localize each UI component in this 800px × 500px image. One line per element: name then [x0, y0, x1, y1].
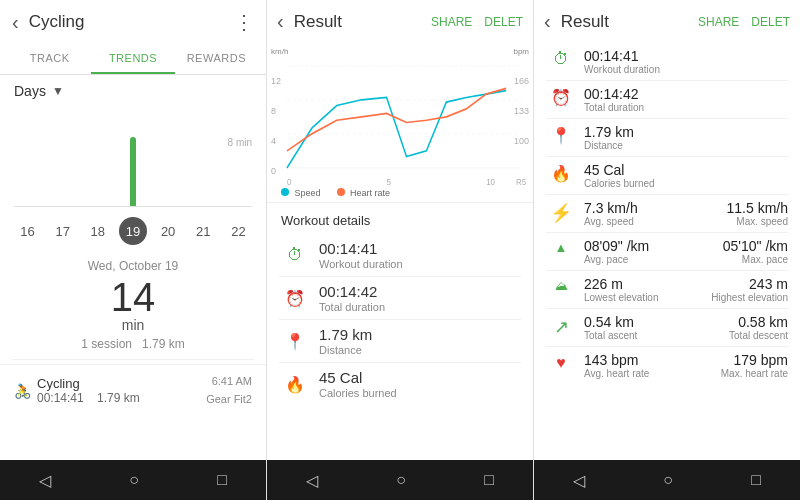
panel3-header: ‹ Result SHARE DELET: [534, 0, 800, 43]
days-selector: Days ▼: [0, 75, 266, 107]
panel1-title: Cycling: [29, 12, 234, 32]
stat-max-hr-value: 179 bpm: [721, 352, 788, 368]
day-18[interactable]: 18: [84, 217, 112, 245]
stat-max-pace-label: Max. pace: [723, 254, 788, 265]
y-right-133: 133: [513, 106, 529, 116]
detail-total-duration-value: 00:14:42: [319, 283, 385, 301]
stat-workout-duration: ⏱ 00:14:41 Workout duration: [534, 43, 800, 80]
detail-distance-value: 1.79 km: [319, 326, 372, 344]
detail-distance-label: Distance: [319, 344, 372, 356]
tab-trends[interactable]: TRENDS: [91, 44, 174, 74]
stat-workout-dur-label: Workout duration: [584, 64, 788, 75]
panel3-back-icon[interactable]: ‹: [544, 10, 551, 33]
clock-icon: ⏰: [281, 284, 309, 312]
recents-nav-btn-3[interactable]: □: [739, 467, 773, 493]
stat-max-speed-value: 11.5 km/h: [727, 200, 788, 216]
day-21[interactable]: 21: [189, 217, 217, 245]
stat-elev-icon: ⛰: [546, 276, 576, 293]
recents-nav-btn[interactable]: □: [205, 467, 239, 493]
activity-sub: 00:14:41 1.79 km: [37, 391, 206, 405]
y-right-unit: bpm: [513, 47, 529, 56]
duration-value: 14: [0, 277, 266, 317]
flame-icon: 🔥: [281, 370, 309, 398]
y-label-8: 8: [271, 106, 288, 116]
activity-time: 6:41 AM: [206, 373, 252, 391]
svg-text:10: 10: [486, 176, 495, 187]
timer-icon: ⏱: [281, 241, 309, 269]
recents-nav-btn-2[interactable]: □: [472, 467, 506, 493]
panel3-share-btn[interactable]: SHARE: [698, 15, 739, 29]
delete-btn[interactable]: DELET: [484, 15, 523, 29]
legend-heart: Heart rate: [337, 188, 391, 198]
stat-dist-label: Distance: [584, 140, 788, 151]
stat-speed-icon: ⚡: [546, 200, 576, 224]
sessions-count: 1 session: [81, 337, 132, 351]
activity-dist: 1.79 km: [97, 391, 140, 405]
stat-high-elev-label: Highest elevation: [711, 292, 788, 303]
day-16[interactable]: 16: [14, 217, 42, 245]
stat-clock-icon: ⏰: [546, 86, 576, 107]
more-options-icon[interactable]: ⋮: [234, 10, 254, 34]
day-17[interactable]: 17: [49, 217, 77, 245]
detail-calories-label: Calories burned: [319, 387, 397, 399]
back-nav-btn[interactable]: ◁: [27, 467, 63, 494]
y-right-166: 166: [513, 76, 529, 86]
session-info: 1 session 1.79 km: [0, 333, 266, 359]
chart-label: 8 min: [228, 137, 252, 148]
stat-distance: 📍 1.79 km Distance: [534, 119, 800, 156]
nav-bar-3: ◁ ○ □: [534, 460, 800, 500]
stat-pace: ▲ 08'09" /km Avg. pace 05'10" /km Max. p…: [534, 233, 800, 270]
tab-rewards[interactable]: REWARDS: [175, 44, 258, 74]
day-22[interactable]: 22: [224, 217, 252, 245]
home-nav-btn[interactable]: ○: [117, 467, 151, 493]
y-label-unit: km/h: [271, 47, 288, 56]
speed-dot: [281, 188, 289, 196]
stat-location-icon: 📍: [546, 124, 576, 145]
bar-chart-bar: [130, 137, 136, 207]
stat-total-duration: ⏰ 00:14:42 Total duration: [534, 81, 800, 118]
dropdown-arrow-icon[interactable]: ▼: [52, 84, 64, 98]
home-nav-btn-2[interactable]: ○: [384, 467, 418, 493]
stat-pace-icon: ▲: [546, 238, 576, 255]
back-icon[interactable]: ‹: [12, 11, 19, 34]
result-chart: km/h 12 8 4 0 bpm 166 133 100: [267, 43, 533, 203]
y-label-12: 12: [271, 76, 288, 86]
stat-speed: ⚡ 7.3 km/h Avg. speed 11.5 km/h Max. spe…: [534, 195, 800, 232]
stat-max-speed-label: Max. speed: [727, 216, 788, 227]
cycling-icon: 🚴: [14, 383, 31, 399]
stat-high-elev-value: 243 m: [711, 276, 788, 292]
legend-speed: Speed: [281, 188, 321, 198]
stat-max-hr-label: Max. heart rate: [721, 368, 788, 379]
day-20[interactable]: 20: [154, 217, 182, 245]
chart-legend: Speed Heart rate: [281, 188, 390, 198]
back-nav-btn-2[interactable]: ◁: [294, 467, 330, 494]
workout-details-header: Workout details: [267, 203, 533, 234]
activity-row[interactable]: 🚴 Cycling 00:14:41 1.79 km 6:41 AM Gear …: [0, 364, 266, 416]
stat-low-elev-value: 226 m: [584, 276, 711, 292]
nav-bar-1: ◁ ○ □: [0, 460, 266, 500]
stat-timer-icon: ⏱: [546, 48, 576, 68]
stat-max-pace-value: 05'10" /km: [723, 238, 788, 254]
panel2-back-icon[interactable]: ‹: [277, 10, 284, 33]
tabs-row: TRACK TRENDS REWARDS: [0, 44, 266, 75]
stat-total-dur-value: 00:14:42: [584, 86, 788, 102]
panel3-delete-btn[interactable]: DELET: [751, 15, 790, 29]
chart-svg: 0 5 10 R5: [267, 43, 533, 202]
home-nav-btn-3[interactable]: ○: [651, 467, 685, 493]
chart-baseline: [14, 206, 252, 207]
share-btn[interactable]: SHARE: [431, 15, 472, 29]
day-19[interactable]: 19: [119, 217, 147, 245]
location-icon: 📍: [281, 327, 309, 355]
stat-calories: 🔥 45 Cal Calories burned: [534, 157, 800, 194]
panel2-header: ‹ Result SHARE DELET: [267, 0, 533, 43]
back-nav-btn-3[interactable]: ◁: [561, 467, 597, 494]
stat-ascent-icon: ↗: [546, 314, 576, 338]
y-label-0: 0: [271, 166, 288, 176]
detail-workout-duration-value: 00:14:41: [319, 240, 403, 258]
activity-duration: 00:14:41: [37, 391, 84, 405]
stat-flame-icon: 🔥: [546, 162, 576, 183]
selected-date: Wed, October 19: [0, 251, 266, 277]
y-label-4: 4: [271, 136, 288, 146]
tab-track[interactable]: TRACK: [8, 44, 91, 74]
stat-avg-pace-label: Avg. pace: [584, 254, 723, 265]
